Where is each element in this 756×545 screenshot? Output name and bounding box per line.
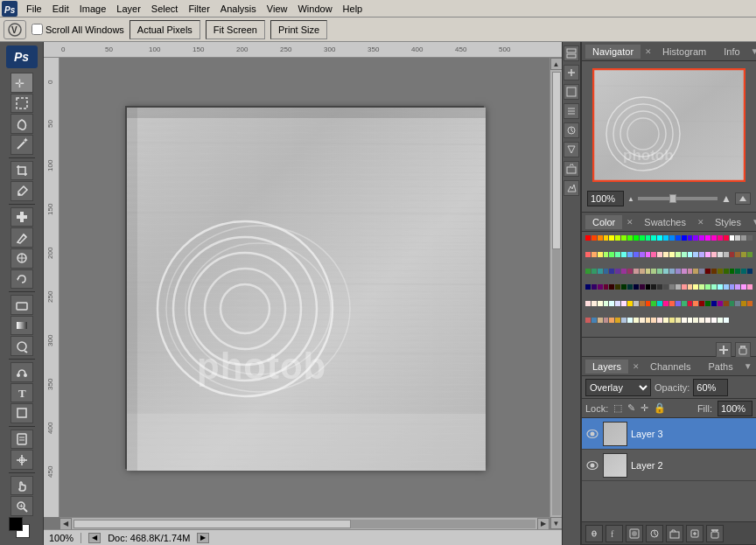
color-swatch-156[interactable] (682, 318, 687, 323)
color-swatch-72[interactable] (682, 269, 687, 274)
lock-transparent-icon[interactable]: ⬚ (613, 402, 622, 414)
color-swatch-120[interactable] (634, 301, 639, 306)
status-arrow-left[interactable]: ◀ (88, 533, 101, 543)
info-tab[interactable]: Info (717, 45, 746, 59)
color-swatch-41[interactable] (663, 252, 668, 257)
fill-input[interactable] (718, 401, 752, 416)
color-swatch-109[interactable] (735, 284, 740, 290)
color-swatch-119[interactable] (627, 301, 633, 306)
lock-position-icon[interactable]: ✛ (640, 402, 648, 414)
color-swatch-96[interactable] (657, 284, 662, 290)
color-swatch-121[interactable] (640, 301, 645, 306)
color-swatch-62[interactable] (621, 269, 626, 274)
color-swatch-47[interactable] (699, 252, 704, 257)
color-swatch-143[interactable] (604, 318, 609, 323)
color-swatch-34[interactable] (621, 252, 626, 257)
notes-tool[interactable] (10, 430, 33, 450)
layer-effects-icon[interactable]: f (606, 525, 623, 542)
color-tab[interactable]: Color (585, 215, 622, 229)
color-swatch-136[interactable] (730, 301, 735, 306)
color-swatch-108[interactable] (730, 284, 735, 290)
color-swatch-157[interactable] (688, 318, 693, 323)
color-swatch-84[interactable] (585, 284, 591, 290)
color-swatch-58[interactable] (598, 269, 603, 274)
layer-row-3[interactable]: Layer 3 (582, 418, 756, 450)
panels-icon-4[interactable] (564, 103, 579, 119)
color-swatch-38[interactable] (646, 252, 651, 257)
styles-tab[interactable]: Styles (708, 215, 748, 229)
panels-icon-3[interactable] (564, 84, 579, 100)
color-swatch-6[interactable] (621, 235, 626, 241)
crop-tool[interactable] (10, 161, 33, 181)
vertical-scrollbar[interactable]: ▲ ▼ (550, 58, 562, 529)
color-swatch-42[interactable] (669, 252, 675, 257)
color-swatch-124[interactable] (657, 301, 662, 306)
foreground-background-colors[interactable] (9, 517, 35, 542)
tool-preset-button[interactable]: V (4, 20, 26, 39)
color-swatch-31[interactable] (604, 252, 609, 257)
color-swatch-127[interactable] (676, 301, 681, 306)
color-swatch-150[interactable] (646, 318, 651, 323)
add-mask-icon[interactable] (626, 525, 643, 542)
channels-tab[interactable]: Channels (643, 360, 697, 374)
color-swatch-52[interactable] (730, 252, 735, 257)
color-swatch-60[interactable] (609, 269, 614, 274)
color-swatch-53[interactable] (735, 252, 740, 257)
scroll-left-button[interactable]: ◀ (60, 518, 72, 530)
paths-tab[interactable]: Paths (702, 360, 740, 374)
color-swatch-65[interactable] (640, 269, 645, 274)
lock-pixels-icon[interactable]: ✎ (627, 402, 635, 414)
color-swatch-71[interactable] (676, 269, 681, 274)
color-swatch-100[interactable] (682, 284, 687, 290)
color-swatch-0[interactable] (585, 235, 591, 241)
color-swatch-159[interactable] (699, 318, 704, 323)
delete-swatch-icon[interactable] (735, 342, 751, 358)
color-swatch-88[interactable] (609, 284, 614, 290)
menu-edit[interactable]: Edit (47, 2, 74, 16)
magic-wand-tool[interactable]: ✦ (10, 135, 33, 155)
color-swatch-149[interactable] (640, 318, 645, 323)
menu-select[interactable]: Select (146, 2, 184, 16)
color-swatch-20[interactable] (705, 235, 710, 241)
color-swatch-18[interactable] (693, 235, 698, 241)
color-swatch-77[interactable] (711, 269, 717, 274)
color-swatch-116[interactable] (609, 301, 614, 306)
color-swatch-122[interactable] (646, 301, 651, 306)
move-tool[interactable]: ✛ (10, 73, 33, 93)
color-swatch-57[interactable] (592, 269, 597, 274)
panels-icon-2[interactable] (564, 65, 579, 80)
color-swatch-153[interactable] (663, 318, 668, 323)
layer-2-visibility-icon[interactable] (585, 458, 599, 472)
color-swatch-76[interactable] (705, 269, 710, 274)
adjustments-icon[interactable] (646, 525, 663, 542)
color-swatch-13[interactable] (663, 235, 668, 241)
color-swatch-130[interactable] (693, 301, 698, 306)
foreground-color-swatch[interactable] (9, 517, 23, 531)
color-swatch-94[interactable] (646, 284, 651, 290)
color-swatch-154[interactable] (669, 318, 675, 323)
dodge-tool[interactable] (10, 336, 33, 356)
status-arrow-right[interactable]: ▶ (197, 533, 209, 543)
menu-layer[interactable]: Layer (111, 2, 146, 16)
link-layers-icon[interactable] (585, 525, 603, 542)
print-size-button[interactable]: Print Size (270, 20, 327, 39)
color-swatch-46[interactable] (693, 252, 698, 257)
color-swatch-9[interactable] (640, 235, 645, 241)
lasso-tool[interactable] (10, 114, 33, 134)
layer-3-visibility-icon[interactable] (585, 427, 599, 441)
color-swatch-74[interactable] (693, 269, 698, 274)
color-swatch-51[interactable] (724, 252, 729, 257)
horizontal-scroll-thumb[interactable] (74, 520, 351, 528)
color-swatch-103[interactable] (699, 284, 704, 290)
color-swatch-54[interactable] (741, 252, 746, 257)
color-swatch-25[interactable] (735, 235, 740, 241)
color-swatch-21[interactable] (711, 235, 717, 241)
color-swatch-97[interactable] (663, 284, 668, 290)
color-swatch-81[interactable] (735, 269, 740, 274)
color-swatch-135[interactable] (724, 301, 729, 306)
clone-tool[interactable] (10, 248, 33, 269)
zoom-slider[interactable] (638, 197, 718, 200)
layers-options-icon[interactable]: ▼ (744, 361, 752, 371)
eyedropper-tool[interactable] (10, 181, 33, 201)
color-swatch-66[interactable] (646, 269, 651, 274)
